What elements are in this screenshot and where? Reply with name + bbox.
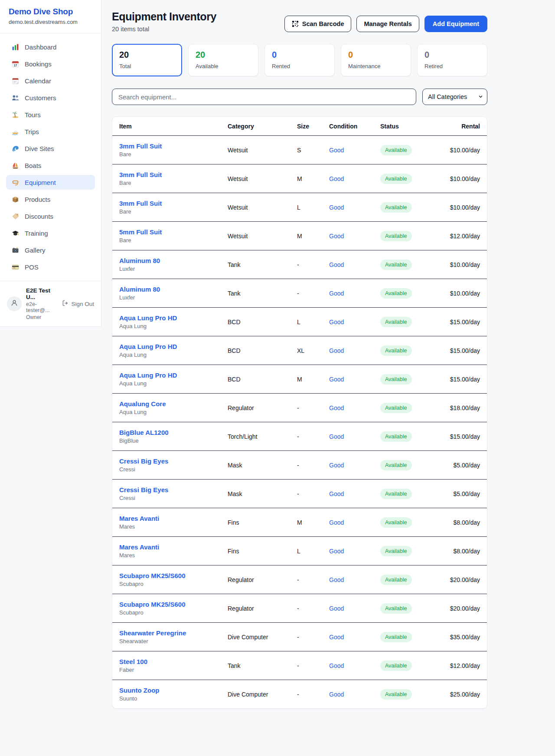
item-link[interactable]: Aluminum 80 [119, 286, 214, 293]
item-link[interactable]: Aqua Lung Pro HD [119, 371, 214, 379]
sidebar-item-gallery[interactable]: Gallery [6, 243, 95, 257]
sign-out-button[interactable]: Sign Out [62, 300, 94, 308]
items-total-subtitle: 20 items total [112, 26, 216, 33]
item-link[interactable]: 3mm Full Suit [119, 200, 214, 207]
brand-logo[interactable]: Demo Dive Shop [9, 7, 92, 16]
condition-link[interactable]: Good [329, 576, 344, 583]
brand-domain: demo.test.divestreams.com [9, 19, 92, 25]
item-brand: Bare [119, 151, 214, 158]
table-row: 3mm Full Suit Bare Wetsuit S Good Availa… [112, 136, 487, 164]
item-link[interactable]: 3mm Full Suit [119, 142, 214, 150]
sidebar-item-trips[interactable]: Trips [6, 124, 95, 139]
item-size: L [290, 537, 322, 565]
sidebar-item-label: Trips [25, 128, 39, 135]
table-row: Scubapro MK25/S600 Scubapro Regulator - … [112, 565, 487, 594]
table-row: Suunto Zoop Suunto Dive Computer - Good … [112, 680, 487, 709]
condition-link[interactable]: Good [329, 147, 344, 154]
condition-link[interactable]: Good [329, 519, 344, 526]
condition-link[interactable]: Good [329, 490, 344, 497]
category-select-wrap: All Categories [422, 89, 487, 105]
status-badge: Available [380, 317, 412, 327]
sidebar-item-customers[interactable]: Customers [6, 90, 95, 105]
item-link[interactable]: Cressi Big Eyes [119, 457, 214, 465]
item-link[interactable]: Mares Avanti [119, 515, 214, 522]
stat-card-retired[interactable]: 0 Retired [417, 44, 487, 76]
item-brand: Faber [119, 667, 214, 673]
item-brand: Aqua Lung [119, 409, 214, 415]
sidebar-item-label: Bookings [25, 60, 52, 68]
sidebar-item-label: Gallery [25, 247, 46, 254]
item-rental: $10.00/day [426, 279, 487, 308]
condition-link[interactable]: Good [329, 548, 344, 555]
condition-link[interactable]: Good [329, 319, 344, 325]
condition-link[interactable]: Good [329, 691, 344, 698]
sidebar-item-dive-sites[interactable]: Dive Sites [6, 141, 95, 156]
condition-link[interactable]: Good [329, 347, 344, 354]
status-badge: Available [380, 174, 412, 184]
condition-link[interactable]: Good [329, 662, 344, 669]
table-row: BigBlue AL1200 BigBlue Torch/Light - Goo… [112, 422, 487, 451]
sidebar-item-training[interactable]: Training [6, 226, 95, 240]
table-row: Aqua Lung Pro HD Aqua Lung BCD L Good Av… [112, 308, 487, 336]
condition-link[interactable]: Good [329, 204, 344, 211]
item-link[interactable]: 3mm Full Suit [119, 171, 214, 178]
stat-card-rented[interactable]: 0 Rented [264, 44, 335, 76]
condition-link[interactable]: Good [329, 261, 344, 268]
condition-link[interactable]: Good [329, 290, 344, 297]
page-title: Equipment Inventory [112, 10, 216, 23]
sidebar-item-boats[interactable]: Boats [6, 158, 95, 173]
sidebar-item-dashboard[interactable]: Dashboard [6, 39, 95, 54]
item-link[interactable]: Shearwater Peregrine [119, 629, 214, 637]
sidebar-item-tours[interactable]: Tours [6, 107, 95, 122]
condition-link[interactable]: Good [329, 462, 344, 469]
item-size: - [290, 250, 322, 279]
item-size: - [290, 680, 322, 709]
add-equipment-button[interactable]: Add Equipment [424, 16, 487, 32]
stat-card-total[interactable]: 20 Total [112, 44, 182, 76]
sidebar-item-discounts[interactable]: Discounts [6, 209, 95, 224]
item-link[interactable]: Aluminum 80 [119, 257, 214, 264]
category-select[interactable]: All Categories [422, 89, 487, 105]
item-link[interactable]: Aqualung Core [119, 400, 214, 408]
item-link[interactable]: Aqua Lung Pro HD [119, 314, 214, 322]
item-category: Wetsuit [221, 193, 290, 222]
stat-label: Maintenance [348, 63, 404, 69]
stats-row: 20 Total 20 Available 0 Rented 0 Mainten… [112, 44, 487, 76]
sidebar-item-calendar[interactable]: Calendar [6, 73, 95, 88]
item-link[interactable]: BigBlue AL1200 [119, 429, 214, 436]
item-link[interactable]: Steel 100 [119, 658, 214, 665]
sidebar-item-bookings[interactable]: 17 Bookings [6, 56, 95, 71]
sidebar-item-label: Training [25, 230, 48, 237]
item-link[interactable]: Mares Avanti [119, 543, 214, 551]
condition-link[interactable]: Good [329, 233, 344, 240]
sidebar-item-label: Discounts [25, 213, 53, 220]
svg-text:17: 17 [13, 63, 17, 66]
item-link[interactable]: Aqua Lung Pro HD [119, 343, 214, 350]
sidebar-item-products[interactable]: Products [6, 192, 95, 207]
condition-link[interactable]: Good [329, 376, 344, 383]
condition-link[interactable]: Good [329, 605, 344, 612]
sidebar-item-equipment[interactable]: Equipment [6, 175, 95, 190]
person-icon [10, 299, 18, 309]
scan-barcode-button[interactable]: Scan Barcode [284, 16, 352, 32]
condition-link[interactable]: Good [329, 404, 344, 411]
gallery-icon [11, 246, 19, 254]
condition-link[interactable]: Good [329, 433, 344, 440]
avatar [7, 296, 22, 311]
stat-card-maintenance[interactable]: 0 Maintenance [341, 44, 411, 76]
item-link[interactable]: Scubapro MK25/S600 [119, 572, 214, 579]
tours-icon [11, 111, 19, 118]
search-input[interactable] [112, 89, 416, 105]
item-category: Tank [221, 279, 290, 308]
status-badge: Available [380, 689, 412, 700]
item-link[interactable]: Scubapro MK25/S600 [119, 601, 214, 608]
stat-card-available[interactable]: 20 Available [188, 44, 258, 76]
sidebar-item-pos[interactable]: POS [6, 260, 95, 274]
item-link[interactable]: 5mm Full Suit [119, 228, 214, 236]
item-link[interactable]: Suunto Zoop [119, 687, 214, 694]
condition-link[interactable]: Good [329, 634, 344, 641]
manage-rentals-button[interactable]: Manage Rentals [356, 16, 419, 32]
condition-link[interactable]: Good [329, 175, 344, 182]
column-header-rental: Rental [426, 117, 487, 136]
item-link[interactable]: Cressi Big Eyes [119, 486, 214, 493]
